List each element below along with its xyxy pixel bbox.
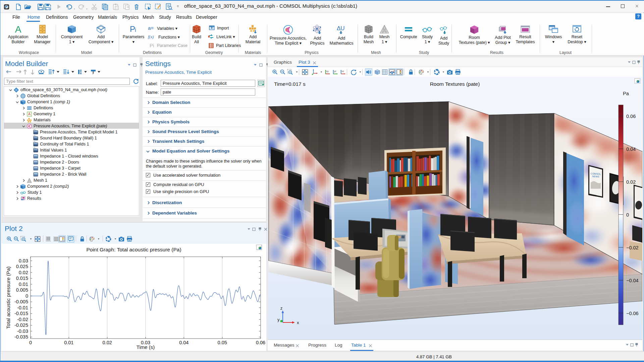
svg-text:D: D <box>34 142 35 143</box>
svg-text:Room Textures (pate): Room Textures (pate) <box>430 81 480 87</box>
svg-text:D: D <box>34 136 35 137</box>
svg-text:Total acoustic pressure (Pa): Total acoustic pressure (Pa) <box>5 266 11 329</box>
svg-text:f(x): f(x) <box>148 35 154 39</box>
svg-text:0.06: 0.06 <box>256 340 265 345</box>
svg-text:i: i <box>135 27 136 33</box>
svg-text:−0.06: −0.06 <box>626 311 639 316</box>
svg-text:xz: xz <box>342 70 344 73</box>
svg-text:-0.03: -0.03 <box>17 328 28 334</box>
svg-text:-0.02: -0.02 <box>17 317 28 322</box>
svg-text:x: x <box>297 320 299 325</box>
svg-text:0: 0 <box>626 212 629 218</box>
svg-text:-0.01: -0.01 <box>17 305 28 310</box>
svg-text:Time (s): Time (s) <box>137 344 155 350</box>
svg-text:y: y <box>277 317 280 322</box>
svg-text:P: P <box>130 25 135 34</box>
svg-text:Pi: Pi <box>150 43 154 48</box>
svg-text:0.05: 0.05 <box>218 340 227 345</box>
svg-text:0: 0 <box>29 340 32 345</box>
svg-text:D: D <box>34 130 35 131</box>
svg-text:xy: xy <box>326 70 329 73</box>
svg-text:Pa: Pa <box>623 91 629 96</box>
svg-text:0.005: 0.005 <box>16 287 28 293</box>
svg-text:ΔU: ΔU <box>337 25 345 32</box>
svg-text:-0.025: -0.025 <box>14 322 28 328</box>
svg-text:0.02: 0.02 <box>626 179 636 185</box>
svg-text:0.02: 0.02 <box>103 340 112 345</box>
svg-text:0.06: 0.06 <box>626 114 636 119</box>
svg-text:−0.04: −0.04 <box>626 278 639 283</box>
svg-text:Time=0.017 s: Time=0.017 s <box>274 81 306 87</box>
svg-text:0.04: 0.04 <box>179 340 189 345</box>
svg-text:A: A <box>28 112 31 116</box>
svg-text:0.01: 0.01 <box>64 340 73 345</box>
svg-text:z: z <box>280 306 283 311</box>
svg-text:0.02: 0.02 <box>19 270 28 275</box>
svg-text:-0.015: -0.015 <box>14 311 28 316</box>
svg-text:0.01: 0.01 <box>19 282 28 287</box>
svg-text:yz: yz <box>334 70 337 73</box>
svg-text:0: 0 <box>25 293 28 299</box>
svg-text:0.04: 0.04 <box>626 146 636 152</box>
svg-text:−0.02: −0.02 <box>626 245 639 250</box>
svg-text:D: D <box>34 148 35 149</box>
svg-text:0.015: 0.015 <box>16 276 28 281</box>
svg-text:0.025: 0.025 <box>16 264 28 269</box>
svg-text:NEWS: NEWS <box>592 175 599 178</box>
svg-text:a=: a= <box>148 25 154 31</box>
svg-text:-0.005: -0.005 <box>14 299 28 304</box>
svg-text:0.03: 0.03 <box>19 258 28 263</box>
svg-text:-0.035: -0.035 <box>14 334 28 340</box>
svg-text:A: A <box>15 25 21 34</box>
